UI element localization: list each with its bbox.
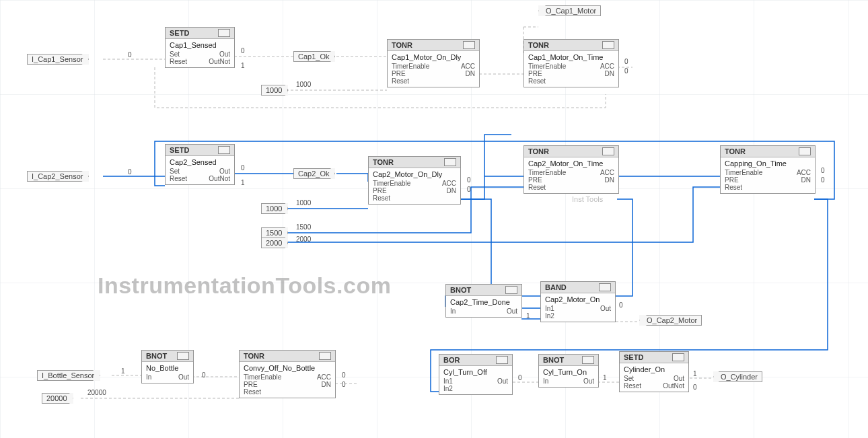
value-const-1000-b-out: 1000 <box>296 199 311 207</box>
value-const-1500-out: 1500 <box>296 223 311 231</box>
block-bnot-cap2-time-done[interactable]: BNOT Cap2_Time_Done InOut <box>445 284 522 318</box>
block-bor-cyl-turn-off[interactable]: BOR Cyl_Turn_Off In1Out In2 <box>439 354 513 395</box>
iref-i-bottle-sensor: I_Bottle_Sensor <box>37 370 100 381</box>
value-tonr-cap1-time-dn: 0 <box>624 67 628 75</box>
oref-o-cap2-motor: O_Cap2_Motor <box>639 315 702 326</box>
block-type-setd: SETD <box>170 146 189 154</box>
block-setd-cylinder-on[interactable]: SETD Cylinder_On SetOut ResetOutNot <box>619 351 689 392</box>
block-type-tonr: TONR <box>725 147 746 155</box>
block-type-tonr: TONR <box>373 158 394 166</box>
block-menu-icon[interactable] <box>602 147 614 155</box>
iref-i-cap2-sensor: I_Cap2_Sensor <box>27 171 89 182</box>
block-type-bnot: BNOT <box>146 352 167 360</box>
block-menu-icon[interactable] <box>463 41 475 49</box>
block-menu-icon[interactable] <box>602 41 614 49</box>
iref-const-1000-a: 1000 <box>261 85 288 96</box>
block-menu-icon[interactable] <box>218 146 230 154</box>
block-menu-icon[interactable] <box>319 352 331 360</box>
value-bor-cyl-out: 0 <box>518 374 522 381</box>
oref-o-cylinder: O_Cylinder <box>713 371 762 382</box>
block-band-cap2-motor-on[interactable]: BAND Cap2_Motor_On In1Out In2 <box>540 281 616 322</box>
value-cap2-setd-out: 0 <box>241 164 245 172</box>
block-tonr-cap2-motor-on-time[interactable]: TONR Cap2_Motor_On_Time TimerEnableACC P… <box>523 145 619 194</box>
watermark-inst-tools: Inst Tools <box>572 195 603 203</box>
value-const-1000-a-out: 1000 <box>296 81 311 88</box>
block-menu-icon[interactable] <box>444 158 456 166</box>
oref-o-cap1-motor: O_Cap1_Motor <box>538 5 601 16</box>
value-convy-acc: 0 <box>342 371 346 379</box>
value-capping-dn: 0 <box>821 176 825 184</box>
iref-cap1-ok: Cap1_Ok <box>293 51 335 62</box>
iref-const-1500: 1500 <box>261 227 288 238</box>
block-menu-icon[interactable] <box>505 286 517 294</box>
block-tag: Cyl_Turn_Off <box>443 368 508 376</box>
block-type-tonr: TONR <box>528 147 549 155</box>
block-tag: Cap2_Motor_On <box>545 295 611 303</box>
value-cap2-sensor-in: 0 <box>128 168 132 176</box>
block-tag: Cap2_Time_Done <box>450 298 517 306</box>
block-tag: Convy_Off_No_Bottle <box>244 364 331 372</box>
value-bnot-no-bottle-out: 0 <box>202 371 206 379</box>
iref-const-2000: 2000 <box>261 238 288 248</box>
block-bnot-cyl-turn-on[interactable]: BNOT Cyl_Turn_On InOut <box>538 354 599 388</box>
block-menu-icon[interactable] <box>218 29 230 37</box>
block-tag: Cap1_Motor_On_Dly <box>392 53 475 61</box>
block-tag: Cylinder_On <box>624 365 684 373</box>
value-cap2-setd-outnot: 1 <box>241 179 245 186</box>
value-convy-dn: 0 <box>342 381 346 388</box>
value-const-20000-out: 20000 <box>87 389 106 396</box>
value-band-out: 0 <box>619 301 623 309</box>
value-capping-acc: 0 <box>821 167 825 174</box>
iref-const-20000: 20000 <box>42 393 73 404</box>
iref-i-cap1-sensor: I_Cap1_Sensor <box>27 54 89 65</box>
block-tonr-cap2-motor-on-dly[interactable]: TONR Cap2_Motor_On_Dly TimerEnableACC PR… <box>368 156 461 205</box>
block-menu-icon[interactable] <box>672 353 684 361</box>
block-menu-icon[interactable] <box>582 356 594 364</box>
value-bottle-sensor-in: 1 <box>121 367 125 375</box>
block-bnot-no-bottle[interactable]: BNOT No_Bottle InOut <box>141 350 194 384</box>
value-cap1-setd-out: 0 <box>241 47 245 54</box>
block-tonr-capping-on-time[interactable]: TONR Capping_On_Time TimerEnableACC PRED… <box>720 145 816 194</box>
block-type-setd: SETD <box>624 353 643 361</box>
block-tag: Cyl_Turn_On <box>543 368 594 376</box>
block-type-tonr: TONR <box>244 352 264 360</box>
value-cap1-setd-outnot: 1 <box>241 62 245 69</box>
value-setd-cyl-outnot: 0 <box>693 384 697 391</box>
value-const-2000-out: 2000 <box>296 235 311 243</box>
block-type-band: BAND <box>545 283 567 291</box>
block-tag: Cap2_Motor_On_Dly <box>373 170 456 178</box>
value-bnot-cap2-time-out: 1 <box>526 312 530 320</box>
block-menu-icon[interactable] <box>799 147 811 155</box>
value-setd-cyl-out: 1 <box>693 370 697 377</box>
block-tag: Capping_On_Time <box>725 159 811 168</box>
block-tag: No_Bottle <box>146 364 189 372</box>
value-bnot-cyl-on-out: 1 <box>603 374 607 381</box>
block-tonr-cap1-motor-on-dly[interactable]: TONR Cap1_Motor_On_Dly TimerEnableACC PR… <box>387 39 480 87</box>
value-tonr-cap2-dly-dn: 0 <box>467 186 471 193</box>
block-tag: Cap2_Motor_On_Time <box>528 159 614 168</box>
block-type-tonr: TONR <box>392 41 412 49</box>
block-setd-cap1-sensed[interactable]: SETD Cap1_Sensed SetOut ResetOutNot <box>165 27 235 68</box>
block-tag: Cap1_Sensed <box>170 41 230 49</box>
block-type-bnot: BNOT <box>450 286 471 294</box>
block-type-bnot: BNOT <box>543 356 564 364</box>
block-menu-icon[interactable] <box>599 283 611 291</box>
block-menu-icon[interactable] <box>177 352 189 360</box>
block-tag: Cap2_Sensed <box>170 158 230 166</box>
iref-cap2-ok: Cap2_Ok <box>293 168 335 179</box>
block-type-setd: SETD <box>170 29 189 37</box>
block-type-bor: BOR <box>443 356 460 364</box>
value-tonr-cap1-time-acc: 0 <box>624 58 628 65</box>
iref-const-1000-b: 1000 <box>261 203 288 214</box>
block-type-tonr: TONR <box>528 41 549 49</box>
block-tag: Cap1_Motor_On_Time <box>528 53 614 61</box>
block-tonr-convy-off-no-bottle[interactable]: TONR Convy_Off_No_Bottle TimerEnableACC … <box>239 350 336 398</box>
fbd-canvas: InstrumentationTools.com <box>0 0 868 438</box>
value-cap1-sensor-in: 0 <box>128 51 132 59</box>
block-tonr-cap1-motor-on-time[interactable]: TONR Cap1_Motor_On_Time TimerEnableACC P… <box>523 39 619 87</box>
block-menu-icon[interactable] <box>496 356 508 364</box>
block-setd-cap2-sensed[interactable]: SETD Cap2_Sensed SetOut ResetOutNot <box>165 144 235 185</box>
value-tonr-cap2-dly-acc: 0 <box>467 176 471 184</box>
